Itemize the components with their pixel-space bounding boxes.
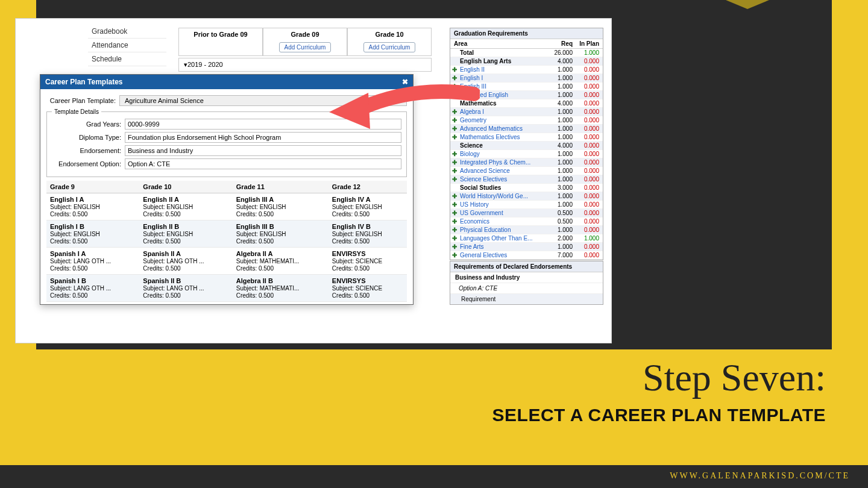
- requirement-row[interactable]: ✚US Government0.5000.000: [450, 209, 603, 217]
- req-value: 1.000: [546, 133, 575, 141]
- req-area: Economics: [459, 217, 546, 225]
- expand-icon[interactable]: ✚: [450, 75, 459, 81]
- requirement-row[interactable]: ✚World History/World Ge...1.0000.000: [450, 192, 603, 201]
- course-cell[interactable]: English IV BSubject: ENGLISHCredits: 0.5…: [329, 221, 407, 248]
- expand-icon[interactable]: ✚: [450, 176, 459, 183]
- req-value: 1.000: [546, 243, 575, 251]
- req-value: 1.000: [546, 150, 575, 158]
- field-input[interactable]: [125, 119, 401, 130]
- expand-icon[interactable]: ✚: [450, 167, 459, 174]
- course-cell[interactable]: English III ASubject: ENGLISHCredits: 0.…: [233, 193, 329, 221]
- course-cell[interactable]: Spanish II ASubject: LANG OTH ...Credits…: [139, 248, 232, 275]
- expand-icon[interactable]: ✚: [450, 83, 459, 90]
- expand-icon[interactable]: ✚: [450, 159, 459, 166]
- menu-attendance[interactable]: Attendance: [88, 39, 166, 52]
- req-area: Fine Arts: [459, 243, 546, 251]
- expand-icon[interactable]: ✚: [450, 125, 459, 132]
- inplan-value: 0.000: [575, 243, 603, 251]
- course-cell[interactable]: English II ASubject: ENGLISHCredits: 0.5…: [139, 193, 232, 221]
- requirement-row[interactable]: ✚Algebra I1.0000.000: [450, 108, 603, 116]
- course-cell[interactable]: English I ASubject: ENGLISHCredits: 0.50…: [46, 193, 139, 221]
- requirement-row[interactable]: ✚Advanced English1.0000.000: [450, 91, 603, 99]
- expand-icon[interactable]: ✚: [450, 108, 459, 115]
- field-input[interactable]: [125, 158, 401, 169]
- expand-icon[interactable]: ✚: [450, 92, 459, 98]
- course-cell[interactable]: English IV ASubject: ENGLISHCredits: 0.5…: [329, 193, 407, 221]
- field-input[interactable]: [125, 132, 401, 143]
- template-select[interactable]: Agriculture Animal Science: [119, 95, 407, 106]
- menu-schedule[interactable]: Schedule: [88, 52, 166, 66]
- expand-icon[interactable]: ✚: [450, 218, 459, 225]
- course-cell[interactable]: ENVIRSYSSubject: SCIENCECredits: 0.500: [329, 275, 407, 302]
- requirement-row[interactable]: ✚Physical Education1.0000.000: [450, 226, 603, 234]
- course-cell[interactable]: Algebra II ASubject: MATHEMATI...Credits…: [233, 248, 329, 275]
- course-cell[interactable]: Spanish I BSubject: LANG OTH ...Credits:…: [46, 275, 139, 302]
- requirement-row[interactable]: ✚Biology1.0000.000: [450, 150, 603, 158]
- requirement-row[interactable]: ✚Geometry1.0000.000: [450, 116, 603, 125]
- course-cell[interactable]: English II BSubject: ENGLISHCredits: 0.5…: [139, 221, 232, 248]
- requirement-row[interactable]: ✚US History1.0000.000: [450, 201, 603, 209]
- req-area: US Government: [459, 209, 546, 217]
- req-area: Advanced Mathematics: [459, 125, 546, 133]
- requirement-row[interactable]: Mathematics4.0000.000: [450, 99, 603, 108]
- course-cell[interactable]: Algebra II BSubject: MATHEMATI...Credits…: [233, 275, 329, 302]
- requirement-row[interactable]: ✚English II1.0000.000: [450, 66, 603, 74]
- req-value: 1.000: [546, 108, 575, 116]
- expand-icon[interactable]: ✚: [450, 151, 459, 157]
- field-input[interactable]: [125, 145, 401, 156]
- grade-col-header: Grade 9: [46, 181, 139, 193]
- course-cell[interactable]: Spanish II BSubject: LANG OTH ...Credits…: [139, 275, 232, 302]
- course-cell[interactable]: English III BSubject: ENGLISHCredits: 0.…: [233, 221, 329, 248]
- grade-header-row: Prior to Grade 09 Grade 09 Add Curriculu…: [178, 28, 432, 56]
- requirement-row[interactable]: Social Studies3.0000.000: [450, 184, 603, 192]
- requirement-row[interactable]: ✚Advanced Mathematics1.0000.000: [450, 125, 603, 133]
- template-label: Career Plan Template:: [46, 97, 116, 104]
- expand-icon[interactable]: ✚: [450, 66, 459, 73]
- requirement-row[interactable]: Total26.0001.000: [450, 49, 603, 57]
- requirement-row[interactable]: ✚Science Electives1.0000.000: [450, 175, 603, 184]
- course-cell[interactable]: Spanish I ASubject: LANG OTH ...Credits:…: [46, 248, 139, 275]
- requirement-row[interactable]: ✚Mathematics Electives1.0000.000: [450, 133, 603, 142]
- req-value: 4.000: [546, 57, 575, 65]
- inplan-value: 0.000: [575, 209, 603, 217]
- expand-icon[interactable]: ✚: [450, 252, 459, 258]
- course-cell[interactable]: ENVIRSYSSubject: SCIENCECredits: 0.500: [329, 248, 407, 275]
- req-area: English Lang Arts: [459, 57, 546, 65]
- expand-icon[interactable]: ✚: [450, 201, 459, 208]
- expand-icon[interactable]: ✚: [450, 235, 459, 242]
- year-row[interactable]: ▾2019 - 2020: [178, 58, 432, 72]
- req-area: English III: [459, 83, 546, 90]
- inplan-value: 0.000: [575, 150, 603, 158]
- req-value: 1.000: [546, 226, 575, 234]
- requirement-row[interactable]: ✚General Electives7.0000.000: [450, 251, 603, 260]
- expand-icon[interactable]: ✚: [450, 227, 459, 233]
- expand-icon[interactable]: ✚: [450, 210, 459, 216]
- req-value: 3.000: [546, 184, 575, 192]
- details-legend: Template Details: [52, 108, 101, 115]
- inplan-value: 0.000: [575, 192, 603, 200]
- requirement-row[interactable]: ✚English III1.0000.000: [450, 83, 603, 91]
- expand-icon[interactable]: ✚: [450, 117, 459, 124]
- add-curriculum-button[interactable]: Add Curriculum: [363, 42, 416, 52]
- endorsement-requirement: Requirement: [450, 294, 603, 304]
- add-curriculum-button[interactable]: Add Curriculum: [279, 42, 332, 52]
- requirement-row[interactable]: ✚English I1.0000.000: [450, 74, 603, 83]
- screenshot-container: Gradebook Attendance Schedule Prior to G…: [15, 18, 612, 343]
- requirement-row[interactable]: ✚Fine Arts1.0000.000: [450, 243, 603, 251]
- expand-icon[interactable]: ✚: [450, 193, 459, 199]
- menu-gradebook[interactable]: Gradebook: [88, 25, 166, 39]
- req-area: World History/World Ge...: [459, 192, 546, 200]
- expand-icon[interactable]: ✚: [450, 243, 459, 250]
- course-cell[interactable]: English I BSubject: ENGLISHCredits: 0.50…: [46, 221, 139, 248]
- req-value: 1.000: [546, 158, 575, 166]
- modal-header[interactable]: Career Plan Templates ✖: [40, 75, 413, 89]
- requirement-row[interactable]: ✚Integrated Phys & Chem...1.0000.000: [450, 158, 603, 167]
- requirement-row[interactable]: ✚Languages Other Than E...2.0001.000: [450, 234, 603, 243]
- req-area: Biology: [459, 150, 546, 158]
- close-icon[interactable]: ✖: [402, 78, 408, 86]
- requirement-row[interactable]: ✚Economics0.5000.000: [450, 217, 603, 226]
- requirement-row[interactable]: Science4.0000.000: [450, 142, 603, 150]
- expand-icon[interactable]: ✚: [450, 134, 459, 140]
- requirement-row[interactable]: English Lang Arts4.0000.000: [450, 57, 603, 66]
- requirement-row[interactable]: ✚Advanced Science1.0000.000: [450, 167, 603, 175]
